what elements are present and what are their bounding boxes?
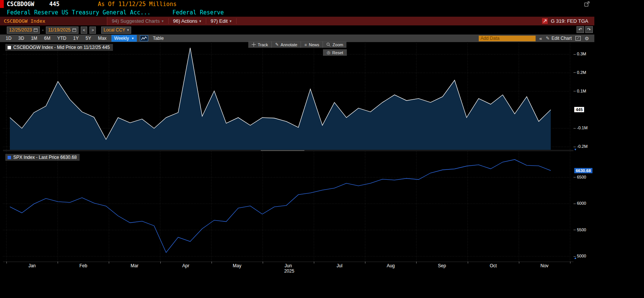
edit-menu[interactable]: 97) Edit ▾ [206, 17, 236, 25]
y-tick-mark [573, 256, 576, 257]
line-chart-type-icon[interactable] [140, 35, 148, 41]
x-tick-mark [58, 262, 58, 263]
actions-menu[interactable]: 96) Actions ▾ [169, 17, 206, 25]
period-buttons: 1D3D1M6MYTD1Y5YMax [2, 35, 110, 42]
zoom-button[interactable]: Zoom [323, 41, 346, 48]
currency-select[interactable]: Local CCY ▾ [101, 27, 131, 34]
x-tick-label: Nov [536, 263, 553, 268]
period-button-max[interactable]: Max [94, 35, 110, 42]
date-range-separator: - [42, 27, 44, 33]
suggested-charts-menu: 94) Suggested Charts ▾ [107, 17, 168, 25]
export-icon[interactable] [542, 18, 548, 24]
x-tick-label: Aug [382, 263, 399, 268]
x-tick-label: Jul [331, 263, 348, 268]
edit-chart-button[interactable]: ✎ Edit Chart [546, 36, 572, 41]
x-tick-label: May [229, 263, 245, 268]
calendar-icon [72, 28, 76, 32]
annotate-label: Annotate [280, 42, 297, 47]
y-tick-label: 6000 [577, 201, 586, 205]
x-tick-mark [570, 262, 570, 263]
frequency-value: Weekly [114, 36, 129, 41]
period-button-3d[interactable]: 3D [15, 35, 27, 42]
y-tick-mark [573, 204, 576, 204]
y-tick-label: 0.3M [577, 52, 586, 56]
security-ticker: CSCBDOGW [7, 1, 34, 8]
x-tick-label: Jan [24, 263, 41, 268]
security-last-value: 445 [49, 1, 60, 8]
redo-button[interactable]: ↷ [585, 26, 593, 33]
reset-label: Reset [332, 50, 343, 55]
security-description-2: Federal Reserve [172, 9, 224, 16]
tga-last-price-badge: 445 [574, 107, 584, 112]
reset-button[interactable]: ◎ Reset [323, 49, 347, 56]
period-button-1m[interactable]: 1M [28, 35, 41, 42]
pencil-icon: ✎ [546, 36, 550, 41]
x-axis-year-label: 2025 [278, 268, 301, 274]
popout-icon[interactable] [584, 1, 590, 8]
chevron-down-icon: ▾ [127, 28, 129, 32]
x-tick-label: Mar [126, 263, 143, 268]
spx-legend[interactable]: SPX Index - Last Price 6630.68 [5, 154, 80, 161]
collapse-panel-icon[interactable]: « [539, 36, 542, 41]
pane-arrow-top[interactable]: ▼ [574, 148, 577, 151]
y-tick-mark [573, 54, 576, 55]
table-button[interactable]: Table [153, 36, 164, 41]
news-label: News [309, 42, 320, 47]
y-tick-label: -0.1M [577, 125, 588, 130]
frequency-dropdown[interactable]: Weekly ▼ [111, 35, 137, 42]
period-button-ytd[interactable]: YTD [54, 35, 70, 42]
chart-settings-icon[interactable] [575, 36, 581, 41]
y-tick-label: 0.1M [577, 89, 586, 93]
zoom-label: Zoom [332, 42, 343, 47]
bloomberg-terminal: CSCBDOGW 445 As Of 11/12/25 Millions Fed… [0, 0, 644, 298]
news-button[interactable]: ≡ News [301, 41, 323, 48]
x-tick-mark [263, 262, 263, 263]
date-to-field[interactable]: 11/19/2025 [46, 27, 78, 34]
chevron-down-icon: ▾ [161, 19, 163, 23]
y-tick-mark [573, 230, 576, 230]
menu-divider [236, 18, 237, 24]
period-bar-right: Add Data « ✎ Edit Chart ⚙ [479, 36, 592, 41]
annotate-button[interactable]: ✎ Annotate [272, 41, 301, 48]
undo-button[interactable]: ↶ [577, 26, 584, 33]
add-data-input[interactable]: Add Data [479, 36, 536, 41]
actions-label: 96) Actions [173, 18, 197, 24]
period-button-1y[interactable]: 1Y [70, 35, 82, 42]
security-field-text: CSCBDOGW Index [4, 18, 45, 24]
date-from-field[interactable]: 12/25/2023 [7, 27, 40, 34]
pencil-icon: ✎ [275, 42, 279, 47]
suggested-charts-label: 94) Suggested Charts [112, 18, 160, 24]
spx-last-price-badge: 6630.68 [574, 168, 592, 173]
x-tick-mark [468, 262, 468, 263]
period-button-1d[interactable]: 1D [2, 35, 15, 42]
chart-scrollbar-track[interactable] [3, 150, 573, 151]
tga-chart-plot[interactable] [3, 42, 573, 150]
page-reference: G 319: FED TGA [551, 18, 588, 24]
y-tick-mark [573, 72, 576, 73]
x-tick-mark [109, 262, 109, 263]
history-buttons: ↶ ↷ [577, 26, 593, 33]
x-tick-mark [6, 262, 7, 263]
chevron-down-icon: ▾ [199, 19, 201, 23]
pane-arrow-bottom[interactable]: ▲ [574, 257, 577, 260]
spx-legend-label: SPX Index - Last Price 6630.68 [13, 155, 77, 160]
gear-icon[interactable]: ⚙ [584, 36, 589, 41]
reset-icon: ◎ [327, 50, 331, 55]
spx-chart-plot[interactable] [3, 152, 573, 262]
range-back-button[interactable]: < [81, 27, 87, 34]
period-button-6m[interactable]: 6M [41, 35, 54, 42]
tga-legend[interactable]: CSCBDOGW Index - Mid Price on 11/12/25 4… [5, 44, 113, 51]
track-button[interactable]: Track [248, 41, 272, 48]
x-tick-label: Jun [280, 263, 297, 268]
x-tick-label: Apr [177, 263, 194, 268]
security-field[interactable]: CSCBDOGW Index [0, 17, 107, 25]
range-bar: 12/25/2023 - 11/19/2025 < > Local CCY ▾ … [0, 25, 594, 35]
crosshair-icon [252, 42, 256, 47]
x-tick-mark [519, 262, 519, 263]
y-tick-mark [573, 177, 576, 177]
y-tick-label: 5000 [577, 254, 586, 258]
period-button-5y[interactable]: 5Y [82, 35, 95, 42]
range-forward-button[interactable]: > [89, 27, 96, 34]
chart-scrollbar-thumb[interactable] [261, 150, 304, 151]
date-from-value: 12/25/2023 [9, 27, 32, 33]
